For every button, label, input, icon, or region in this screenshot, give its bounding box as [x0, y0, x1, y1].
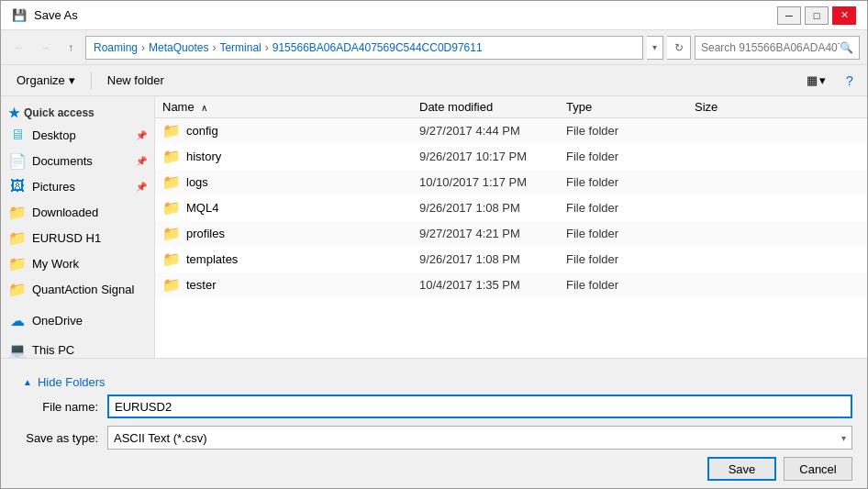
table-row[interactable]: 📁 config 9/27/2017 4:44 PM File folder — [155, 118, 867, 144]
pictures-pin: 📌 — [136, 182, 147, 192]
save-as-type-row: Save as type: ASCII Text (*.csv) ▾ — [16, 426, 852, 450]
column-size-header[interactable]: Size — [687, 100, 761, 114]
file-name-cell: 📁 templates — [155, 250, 412, 268]
sidebar-item-eurusd[interactable]: 📁 EURUSD H1 — [1, 225, 154, 250]
maximize-button[interactable]: □ — [805, 6, 829, 25]
eurusd-icon: 📁 — [8, 229, 27, 247]
help-button[interactable]: ? — [840, 71, 860, 91]
organize-label: Organize — [17, 73, 65, 87]
file-name-text: config — [186, 124, 218, 138]
file-type-cell: File folder — [559, 175, 687, 189]
mywork-label: My Work — [32, 257, 147, 271]
breadcrumb-terminal[interactable]: Terminal — [219, 41, 261, 54]
save-button[interactable]: Save — [707, 457, 776, 481]
file-name-cell: 📁 config — [155, 122, 412, 139]
file-date-cell: 9/26/2017 1:08 PM — [412, 201, 559, 215]
close-button[interactable]: ✕ — [832, 6, 856, 25]
thispc-icon: 💻 — [8, 341, 27, 359]
toolbar-separator — [91, 72, 92, 90]
downloaded-label: Downloaded — [32, 206, 147, 219]
back-button[interactable]: ← — [8, 37, 30, 59]
file-name-text: tester — [186, 278, 217, 292]
title-bar: 💾 Save As ─ □ ✕ — [1, 1, 867, 30]
pictures-icon: 🖼 — [8, 178, 27, 194]
file-type-cell: File folder — [559, 150, 687, 163]
file-date-cell: 10/10/2017 1:17 PM — [412, 175, 559, 189]
file-name-cell: 📁 history — [155, 148, 412, 165]
sidebar-item-thispc[interactable]: 💻 This PC — [1, 337, 154, 358]
sidebar-item-downloaded[interactable]: 📁 Downloaded — [1, 199, 154, 225]
file-name-label: File name: — [16, 400, 107, 414]
quick-access-label: Quick access — [24, 106, 95, 119]
breadcrumb-roaming[interactable]: Roaming — [94, 41, 138, 54]
sidebar-item-pictures[interactable]: 🖼 Pictures 📌 — [1, 173, 154, 199]
breadcrumb-bar[interactable]: Roaming › MetaQuotes › Terminal › 915566… — [85, 36, 643, 60]
file-date-cell: 9/27/2017 4:21 PM — [412, 227, 559, 240]
forward-button[interactable]: → — [34, 37, 56, 59]
dialog-icon: 💾 — [12, 8, 27, 23]
downloaded-icon: 📁 — [8, 204, 27, 221]
column-date-header[interactable]: Date modified — [412, 100, 559, 114]
file-date-cell: 9/26/2017 1:08 PM — [412, 252, 559, 266]
cancel-button[interactable]: Cancel — [784, 457, 852, 481]
file-name-text: templates — [186, 252, 238, 266]
sidebar-item-quantaction[interactable]: 📁 QuantAction Signal — [1, 276, 154, 302]
table-row[interactable]: 📁 MQL4 9/26/2017 1:08 PM File folder — [155, 195, 867, 221]
table-row[interactable]: 📁 templates 9/26/2017 1:08 PM File folde… — [155, 247, 867, 272]
file-date-cell: 9/26/2017 10:17 PM — [412, 150, 559, 163]
table-row[interactable]: 📁 tester 10/4/2017 1:35 PM File folder — [155, 272, 867, 298]
sidebar-item-documents[interactable]: 📄 Documents 📌 — [1, 148, 154, 173]
table-row[interactable]: 📁 profiles 9/27/2017 4:21 PM File folder — [155, 221, 867, 247]
minimize-button[interactable]: ─ — [777, 6, 801, 25]
quick-access-icon: ★ — [8, 106, 20, 120]
view-button[interactable]: ▦ ▾ — [800, 70, 832, 91]
documents-label: Documents — [32, 154, 132, 168]
main-content: ★ Quick access 🖥 Desktop 📌 📄 Documents 📌… — [1, 96, 867, 358]
help-icon: ? — [846, 73, 853, 88]
sidebar-item-onedrive[interactable]: ☁ OneDrive — [1, 307, 154, 333]
file-name-row: File name: — [16, 395, 852, 418]
hide-folders-label: Hide Folders — [38, 375, 106, 389]
search-input[interactable] — [701, 41, 840, 54]
breadcrumb-current[interactable]: 915566BA06ADA407569C544CC0D97611 — [273, 41, 483, 54]
breadcrumb-metaquotes[interactable]: MetaQuotes — [149, 41, 208, 54]
organize-button[interactable]: Organize ▾ — [8, 70, 83, 91]
search-box[interactable]: 🔍 — [695, 36, 860, 60]
save-as-type-select[interactable]: ASCII Text (*.csv) ▾ — [107, 426, 852, 450]
file-type-cell: File folder — [559, 201, 687, 215]
file-type-cell: File folder — [559, 124, 687, 138]
folder-icon: 📁 — [162, 173, 181, 191]
up-button[interactable]: ↑ — [60, 37, 82, 59]
eurusd-label: EURUSD H1 — [32, 231, 147, 245]
hide-folders-chevron: ▲ — [23, 377, 32, 387]
quantaction-label: QuantAction Signal — [32, 283, 147, 296]
save-as-type-label: Save as type: — [16, 431, 107, 445]
view-chevron: ▾ — [819, 73, 826, 87]
hide-folders-toggle[interactable]: ▲ Hide Folders — [16, 370, 852, 395]
file-date-cell: 9/27/2017 4:44 PM — [412, 124, 559, 138]
new-folder-button[interactable]: New folder — [99, 70, 172, 91]
table-row[interactable]: 📁 history 9/26/2017 10:17 PM File folder — [155, 144, 867, 170]
save-as-type-value: ASCII Text (*.csv) — [114, 431, 207, 445]
column-name-header[interactable]: Name ∧ — [155, 100, 412, 114]
onedrive-icon: ☁ — [8, 312, 27, 329]
breadcrumb-dropdown[interactable]: ▾ — [647, 36, 663, 60]
button-row: Save Cancel — [16, 457, 852, 481]
sidebar-item-desktop[interactable]: 🖥 Desktop 📌 — [1, 122, 154, 148]
file-type-cell: File folder — [559, 278, 687, 292]
file-name-cell: 📁 MQL4 — [155, 199, 412, 217]
file-name-cell: 📁 tester — [155, 276, 412, 294]
file-list-header: Name ∧ Date modified Type Size — [155, 96, 867, 118]
file-name-input[interactable] — [107, 395, 852, 418]
table-row[interactable]: 📁 logs 10/10/2017 1:17 PM File folder — [155, 170, 867, 195]
save-as-type-chevron: ▾ — [841, 433, 846, 443]
organize-chevron: ▾ — [69, 73, 75, 87]
thispc-label: This PC — [32, 343, 147, 357]
sort-arrow: ∧ — [201, 103, 207, 113]
folder-icon: 📁 — [162, 276, 181, 294]
sidebar-item-mywork[interactable]: 📁 My Work — [1, 250, 154, 276]
column-type-header[interactable]: Type — [559, 100, 687, 114]
file-type-cell: File folder — [559, 252, 687, 266]
refresh-button[interactable]: ↻ — [667, 36, 691, 60]
file-name-cell: 📁 logs — [155, 173, 412, 191]
